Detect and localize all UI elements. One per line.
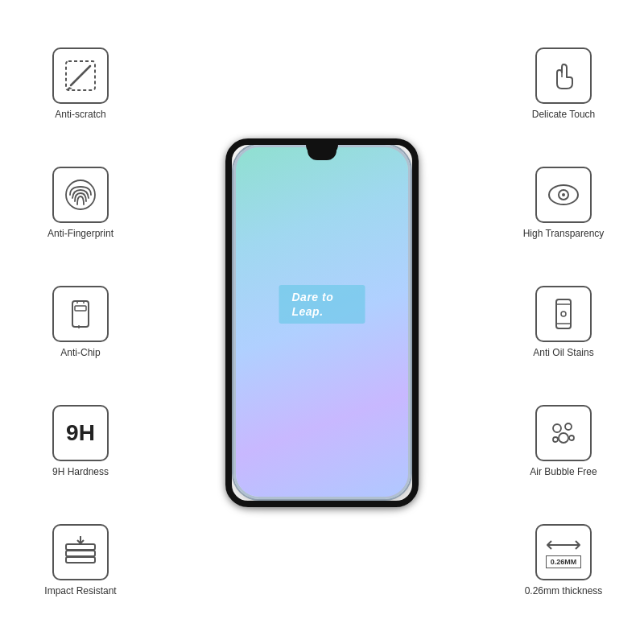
feature-high-transparency: High Transparency	[523, 167, 605, 239]
svg-rect-11	[66, 544, 95, 550]
svg-point-23	[565, 423, 572, 430]
svg-rect-9	[66, 557, 95, 563]
svg-rect-7	[75, 306, 86, 311]
anti-chip-label: Anti-Chip	[60, 347, 100, 358]
touch-icon-box	[535, 47, 592, 104]
anti-fingerprint-label: Anti-Fingerprint	[47, 228, 114, 239]
feature-delicate-touch: Delicate Touch	[532, 47, 596, 120]
right-features-panel: Delicate Touch High Transparency	[499, 0, 628, 644]
phone-notch	[308, 147, 336, 160]
anti-scratch-label: Anti-scratch	[55, 109, 105, 120]
anti-fingerprint-icon-box	[52, 167, 109, 223]
main-container: Anti-scratch Anti-Fingerprint	[0, 0, 644, 644]
feature-anti-fingerprint: Anti-Fingerprint	[47, 167, 114, 239]
feature-anti-oil: Anti Oil Stains	[533, 286, 593, 358]
feature-air-bubble: Air Bubble Free	[530, 405, 597, 477]
feature-impact-resistant: Impact Resistant	[44, 524, 116, 597]
screen-protector	[225, 138, 419, 507]
oil-icon-box	[535, 286, 592, 342]
svg-point-22	[553, 424, 561, 432]
bubble-icon-box	[535, 405, 592, 461]
svg-point-25	[569, 436, 574, 440]
chip-icon	[61, 295, 100, 333]
impact-icon-box	[52, 524, 109, 580]
svg-rect-4	[72, 301, 89, 327]
transparency-icon-box	[535, 167, 592, 223]
svg-line-1	[71, 66, 90, 85]
feature-9h-hardness: 9H 9H Hardness	[52, 405, 109, 477]
impact-icon	[60, 533, 101, 572]
feature-anti-chip: Anti-Chip	[52, 286, 109, 358]
svg-point-21	[561, 312, 566, 316]
feature-thickness: 0.26MM 0.26mm thickness	[525, 524, 603, 597]
phone-oil-icon	[544, 295, 583, 333]
thickness-inner: 0.26MM	[543, 536, 584, 568]
scratch-icon	[61, 56, 100, 95]
left-features-panel: Anti-scratch Anti-Fingerprint	[16, 0, 145, 644]
svg-rect-10	[66, 551, 95, 556]
touch-icon	[544, 56, 583, 95]
thickness-arrows-icon	[543, 536, 584, 554]
anti-oil-label: Anti Oil Stains	[533, 347, 593, 358]
fingerprint-icon	[61, 175, 100, 214]
9h-icon-box: 9H	[52, 405, 109, 461]
thickness-icon-box: 0.26MM	[535, 524, 592, 580]
air-bubble-label: Air Bubble Free	[530, 466, 597, 477]
thickness-label: 0.26mm thickness	[525, 585, 603, 597]
svg-point-26	[553, 437, 558, 442]
impact-resistant-label: Impact Resistant	[44, 585, 116, 597]
anti-chip-icon-box	[52, 286, 109, 342]
phone-wrapper: Dare to Leap.	[233, 145, 411, 499]
high-transparency-label: High Transparency	[523, 228, 605, 239]
feature-anti-scratch: Anti-scratch	[52, 47, 109, 120]
bubble-icon	[544, 414, 583, 452]
anti-scratch-icon-box	[52, 47, 109, 104]
eye-icon	[544, 175, 583, 214]
thickness-value-box: 0.26MM	[546, 555, 582, 568]
svg-point-24	[559, 433, 568, 443]
9h-text: 9H	[66, 422, 95, 444]
delicate-touch-label: Delicate Touch	[532, 109, 596, 120]
svg-point-17	[562, 193, 565, 196]
9h-hardness-label: 9H Hardness	[52, 466, 109, 477]
